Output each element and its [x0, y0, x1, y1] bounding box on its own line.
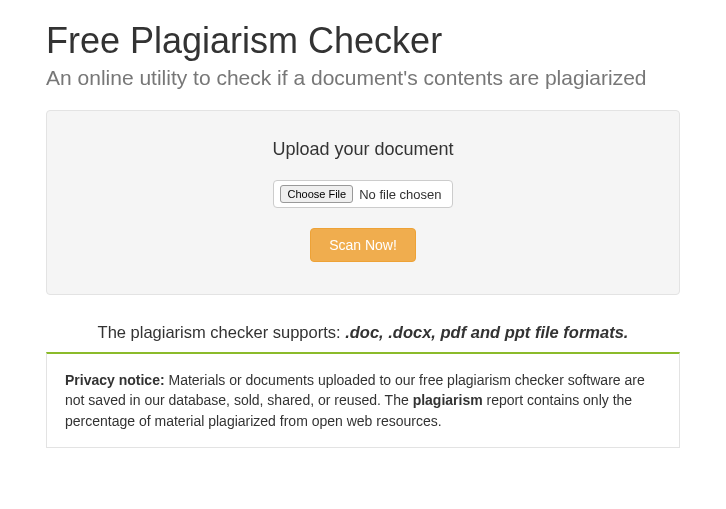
supports-formats: .doc, .docx, pdf and ppt file formats.: [345, 323, 628, 341]
upload-panel: Upload your document Choose File No file…: [46, 110, 680, 295]
page-subtitle: An online utility to check if a document…: [46, 66, 680, 90]
file-input[interactable]: Choose File No file chosen: [273, 180, 452, 208]
scan-button[interactable]: Scan Now!: [310, 228, 416, 262]
page-title: Free Plagiarism Checker: [46, 20, 680, 62]
choose-file-button[interactable]: Choose File: [280, 185, 353, 203]
privacy-notice: Privacy notice: Materials or documents u…: [46, 352, 680, 448]
supports-prefix: The plagiarism checker supports:: [98, 323, 346, 341]
notice-bold-word: plagiarism: [413, 392, 483, 408]
file-status-text: No file chosen: [359, 187, 441, 202]
upload-title: Upload your document: [67, 139, 659, 160]
supported-formats-line: The plagiarism checker supports: .doc, .…: [46, 323, 680, 342]
notice-label: Privacy notice:: [65, 372, 165, 388]
